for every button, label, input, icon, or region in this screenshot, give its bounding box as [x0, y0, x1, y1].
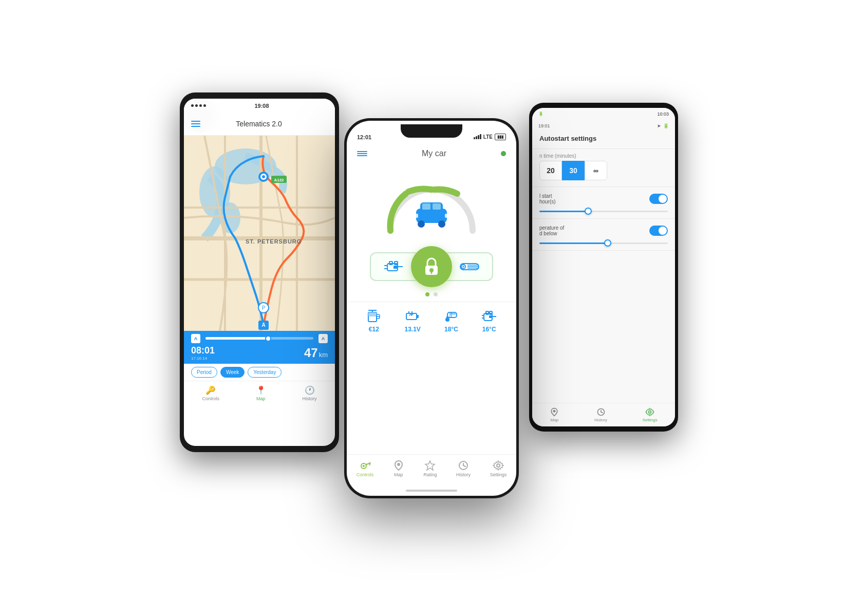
right-header: Autostart settings — [532, 132, 675, 146]
right-nav-history[interactable]: History — [594, 407, 607, 422]
history-clock-icon — [458, 460, 469, 471]
left-bottom-stats: A A 08:01 17.10.14 47km — [184, 331, 335, 364]
svg-point-70 — [363, 465, 365, 467]
time-opt-infinity[interactable]: ∞ — [585, 161, 607, 180]
svg-rect-26 — [415, 214, 418, 218]
svg-text:ST. PETERSBURG: ST. PETERSBURG — [246, 238, 302, 245]
engine-icon-btn[interactable] — [370, 252, 416, 281]
right-slider-2[interactable] — [532, 240, 675, 248]
right-status-time: 10:03 — [657, 111, 669, 117]
center-nav-settings[interactable]: Settings — [490, 460, 507, 477]
right-title: Autostart settings — [539, 135, 596, 142]
svg-rect-68 — [489, 315, 492, 318]
trip-date: 17.10.14 — [191, 356, 215, 361]
toggle-2[interactable] — [649, 226, 668, 236]
stat-temp-outside: 18°C — [444, 309, 459, 333]
svg-marker-74 — [425, 461, 435, 470]
map-svg: ST. PETERSBURG A122 A P — [184, 136, 335, 331]
left-nav-history[interactable]: 🕐 History — [303, 385, 317, 401]
center-nav-history[interactable]: History — [456, 460, 471, 477]
left-app-header: Telematics 2.0 — [184, 113, 335, 136]
right-status-bar: 🔋 10:03 — [532, 108, 675, 120]
center-nav-map[interactable]: Map — [393, 460, 404, 477]
status-dots — [191, 104, 206, 107]
toggle-1[interactable] — [649, 194, 668, 204]
center-hamburger-icon[interactable] — [357, 151, 367, 156]
stat-voltage-value: 13.1V — [404, 326, 420, 333]
trip-point-a: A — [191, 334, 200, 343]
period-btn-week[interactable]: Week — [220, 367, 245, 378]
trip-time: 08:01 — [191, 345, 215, 356]
svg-point-24 — [418, 220, 425, 228]
car-icon — [415, 202, 448, 228]
stat-fuel: €12 — [367, 309, 381, 333]
svg-rect-59 — [446, 316, 448, 321]
home-indicator — [406, 490, 457, 492]
svg-point-78 — [497, 464, 500, 467]
left-map[interactable]: ST. PETERSBURG A122 A P — [184, 136, 335, 331]
right-nav-map[interactable]: Map — [550, 407, 559, 422]
right-slider-1[interactable] — [532, 209, 675, 216]
key-icon-btn[interactable] — [447, 252, 493, 281]
hamburger-icon[interactable] — [191, 121, 200, 127]
iphone-notch — [401, 124, 462, 138]
engine-temp-icon — [482, 309, 496, 324]
right-section-label: n time (minutes) — [532, 151, 675, 161]
lock-icon — [422, 256, 441, 277]
center-nav-rating[interactable]: Rating — [423, 460, 437, 477]
svg-rect-51 — [417, 315, 419, 318]
svg-line-82 — [601, 412, 603, 413]
right-battery-icon: 🔋 — [538, 111, 543, 116]
period-btn-period[interactable]: Period — [191, 367, 217, 378]
center-status-time: 12:01 — [357, 134, 371, 140]
voltage-icon — [405, 309, 420, 324]
svg-point-25 — [438, 220, 445, 228]
lock-section — [357, 246, 506, 287]
time-opt-30[interactable]: 30 — [562, 161, 585, 180]
right-nav-history-label: History — [594, 418, 607, 422]
left-phone: 19:08 Telematics 2.0 — [180, 92, 339, 452]
svg-text:A: A — [261, 322, 265, 328]
left-nav-map[interactable]: 📍 Map — [256, 385, 266, 401]
center-header: My car — [347, 143, 516, 164]
divider-3 — [532, 218, 675, 219]
right-nav-settings[interactable]: Settings — [643, 407, 658, 422]
center-nav-controls[interactable]: Controls — [357, 460, 374, 477]
right-bottom-nav: Map History Settings — [532, 403, 675, 426]
settings-gear-icon — [493, 460, 504, 471]
stats-row: €12 13.1V — [347, 302, 516, 339]
center-phone: 12:01 LTE ▮▮▮ — [344, 118, 519, 498]
svg-rect-34 — [393, 266, 398, 269]
center-status-right: LTE ▮▮▮ — [474, 134, 506, 140]
center-nav-map-label: Map — [394, 472, 403, 477]
svg-rect-45 — [368, 312, 377, 316]
right-history-icon — [596, 407, 606, 417]
main-scene: 19:08 Telematics 2.0 — [200, 51, 663, 565]
left-status-time: 19:08 — [254, 103, 269, 109]
map-pin-icon — [393, 460, 404, 471]
fuel-icon — [367, 309, 381, 324]
svg-text:P: P — [262, 305, 266, 311]
right-map-icon — [550, 407, 559, 417]
temp-outside-icon — [444, 309, 459, 324]
right-nav-settings-label: Settings — [643, 418, 658, 422]
lte-label: LTE — [483, 134, 493, 140]
lock-button[interactable] — [411, 246, 452, 287]
left-nav-controls[interactable]: 🔑 Controls — [202, 385, 219, 401]
left-app-title: Telematics 2.0 — [236, 120, 282, 128]
svg-point-79 — [553, 409, 556, 412]
stat-temp-engine-value: 16°C — [482, 326, 496, 333]
gauge-area — [347, 164, 516, 246]
right-battery-full-icon: 🔋 — [663, 123, 669, 128]
divider-1 — [532, 148, 675, 149]
page-dot-1 — [425, 292, 429, 296]
page-dot-2 — [434, 292, 438, 296]
svg-rect-61 — [450, 312, 452, 318]
right-nav-map-label: Map — [551, 418, 559, 422]
time-opt-20[interactable]: 20 — [539, 161, 562, 180]
right-phone: 🔋 10:03 19:01 ➤ 🔋 Autostart settings n t… — [529, 103, 678, 432]
right-toggle-label-2: perature of d below — [539, 225, 649, 236]
center-bottom-nav: Controls Map Rating — [347, 454, 516, 480]
stat-voltage: 13.1V — [404, 309, 420, 333]
period-btn-yesterday[interactable]: Yesterday — [248, 367, 282, 378]
